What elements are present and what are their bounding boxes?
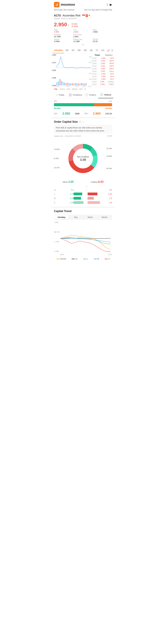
tab-1d[interactable]: 1D: [70, 48, 76, 53]
ticker-row: 12:04 2.950 1K▼: [92, 78, 114, 80]
ticker-row: 12:04 2.950 300▼: [92, 62, 114, 65]
orders-icon: 📄: [85, 93, 88, 96]
prev-close-item: Prev Close 2.960: [73, 34, 93, 38]
tab-5d[interactable]: 5D: [64, 48, 70, 53]
legend-l-dot: [83, 259, 86, 259]
ticker-tab-statistics[interactable]: Statistics: [103, 54, 115, 57]
legend-xl: XL: [72, 258, 78, 260]
tab-1m[interactable]: 1M: [82, 48, 88, 53]
expand-button[interactable]: ∨: [54, 42, 112, 46]
ind-macd[interactable]: MACD: [72, 88, 77, 90]
info-icon[interactable]: ⓘ: [79, 120, 81, 123]
ob-ask-header: Ask: [109, 100, 112, 102]
section-description: Price falls & capital flows out. Bid ord…: [54, 125, 112, 134]
nav-trade[interactable]: ↕ Trade: [53, 91, 68, 98]
app-header: 🐮 moomoo  ▶: [52, 0, 114, 8]
trend-tab-intraday[interactable]: Intraday: [54, 215, 69, 219]
ind-rsi[interactable]: RSI: [79, 88, 82, 90]
ob-ask-pct: 30.64%: [105, 107, 112, 110]
logo-area: 🐮 moomoo: [54, 2, 75, 7]
flow-row-m: M 1.05 | 1.6: [54, 196, 112, 200]
chart-settings-icon[interactable]: ☰: [111, 49, 113, 52]
tab-intraday[interactable]: Intraday: [53, 48, 64, 53]
volume-value: 3.64M: [54, 40, 73, 42]
share-icon[interactable]: ⬚: [82, 121, 84, 123]
ob-header: Bid Ask: [54, 100, 112, 102]
flow-row-xl: XL 0.0 | 0.0: [54, 188, 112, 192]
trend-chart: 1.64M 382.72K -1.73M -3.76M 09:00: [54, 222, 112, 255]
svg-text:0.80%: 0.80%: [89, 56, 91, 58]
trend-tab-month[interactable]: Month: [97, 215, 112, 219]
chart-right: Ticker Statistics 12:04 2.950 2K▼ 12:04 …: [91, 54, 114, 87]
y-label-upper: 382.72K: [54, 231, 60, 233]
tab-1min[interactable]: 1m: [100, 48, 106, 53]
update-time-text: Update time：12/31/2021 12:04CST: [54, 135, 81, 137]
svg-rect-10: [63, 82, 64, 86]
chart-extra-controls: 📈 ☰: [107, 49, 113, 52]
trend-tab-day[interactable]: Day: [69, 215, 83, 219]
legend-s: S: [105, 258, 110, 260]
trade-label: Trade: [58, 94, 64, 96]
logo-text: moomoo: [61, 2, 75, 6]
ind-iv[interactable]: IV: [84, 88, 86, 90]
orders-label: Orders: [89, 94, 96, 96]
svg-text:12:12: 12:12: [82, 86, 86, 87]
x-end: 12:16: [108, 254, 112, 255]
positions-label: Positions: [73, 94, 82, 96]
flow-row-l: L 1.25 | 1.43: [54, 192, 112, 196]
donut-value: 3.08: [77, 158, 89, 162]
ob-ask-price: 2.960: [93, 112, 101, 115]
reit-badge: R: [86, 14, 88, 17]
flow-chart-wrapper: 11.64% 9.70% 14.37% 13.24% 14.86% 36.19%: [54, 138, 112, 178]
history-label: History: [104, 93, 111, 96]
pe-item: P/ETM 22.52: [93, 38, 112, 42]
legend-overall: Overall: [56, 258, 66, 260]
donut-right-labels: 13.24% 14.86% 36.19%: [106, 142, 112, 175]
apple-icon[interactable]: : [107, 3, 108, 6]
inflow-value: 3.85: [68, 180, 74, 183]
svg-rect-21: [79, 84, 80, 86]
play-icon[interactable]: ▶: [110, 3, 112, 6]
trend-title: Capital Trend: [54, 210, 112, 213]
ticker-row: 12:04 2.950 10K▼: [92, 68, 114, 70]
trend-x-labels: 09:00 12:16: [60, 254, 112, 255]
ticker-tabs: Ticker Statistics: [92, 54, 114, 57]
nav-positions[interactable]: 📋 Positions: [68, 91, 83, 98]
legend-m: M: [94, 258, 99, 260]
svg-rect-13: [67, 83, 68, 86]
svg-rect-18: [75, 83, 76, 86]
stock-name: Ascendas Reit: [63, 14, 80, 17]
stock-flags: 🇸🇬 R ♥: [82, 14, 90, 17]
capital-trend-section: Capital Trend Intraday Day Week Month 1.…: [52, 206, 114, 263]
tab-1w[interactable]: 1W: [76, 48, 82, 53]
nav-history[interactable]: 🕐 History: [98, 91, 113, 98]
tab-1y[interactable]: 1Y: [94, 48, 100, 53]
ticker-row: 12:04 2.950 10K▲: [92, 70, 114, 73]
capital-flow-title: Order Capital Size: [54, 120, 78, 124]
chart-line-icon[interactable]: 📈: [107, 49, 110, 52]
svg-rect-24: [84, 84, 85, 86]
trend-tab-week[interactable]: Week: [83, 215, 97, 219]
svg-rect-16: [72, 83, 73, 86]
svg-rect-20: [78, 84, 79, 86]
svg-text:0.49%: 0.49%: [89, 62, 91, 63]
legend-overall-label: Overall: [60, 258, 66, 260]
nav-orders[interactable]: 📄 Orders: [83, 91, 98, 98]
outflow-label: Outflow: [91, 181, 98, 183]
ticker-row: 12:04 2.950 100▼: [92, 65, 114, 68]
ticker-tab-ticker[interactable]: Ticker: [92, 54, 103, 57]
ind-kdj[interactable]: KDJ: [67, 88, 70, 90]
ind-vol-pct[interactable]: VOL%: [60, 88, 65, 90]
tab-1q[interactable]: 1Q: [88, 48, 94, 53]
legend-overall-dot: [56, 259, 60, 259]
ob-bbo-ask-label: BBO: [84, 112, 88, 115]
ticker-row: 12:04 2.950 3.3K▼: [92, 83, 114, 86]
ind-vol[interactable]: VOL: [54, 88, 58, 90]
legend-s-label: S: [108, 258, 110, 260]
chart-svg: 0.80% 0.49% 0.17% -0.15% -0.46% 12/31 10…: [52, 54, 91, 87]
price-big: 2.950 ↓: [54, 22, 69, 28]
svg-rect-7: [58, 82, 59, 86]
heart-icon[interactable]: ♥: [89, 14, 90, 17]
status-text: Closed: [54, 18, 60, 20]
y-label-bottom: -3.76M: [54, 250, 60, 252]
